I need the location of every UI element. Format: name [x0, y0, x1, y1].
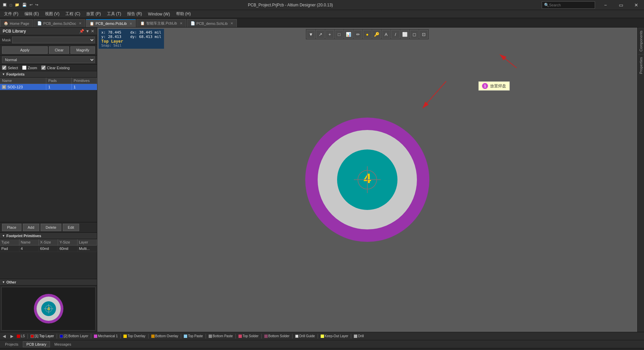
edit-button[interactable]: Edit [63, 224, 79, 231]
menu-item-帮助[interactable]: 帮助 (H) [173, 10, 194, 17]
tab-close-4[interactable]: ✕ [230, 21, 233, 25]
menu-item-编辑[interactable]: 编辑 (E) [22, 10, 42, 17]
crop-tool[interactable]: ⊡ [419, 30, 428, 39]
menu-item-视图[interactable]: 视图 (V) [42, 10, 62, 17]
layer-item-12[interactable]: Drill [354, 334, 364, 338]
minimize-button[interactable]: − [598, 0, 613, 10]
tab-close-1[interactable]: ✕ [79, 21, 82, 25]
add-button[interactable]: Add [23, 224, 40, 231]
clear-existing-checkbox[interactable] [41, 65, 46, 70]
canvas-area[interactable]: x: 78.445 dx: 38.445 mil y: 28.413 dy: 6… [97, 28, 637, 332]
key-tool[interactable]: 🔑 [372, 30, 381, 39]
menu-item-工具[interactable]: 工具 (T) [104, 10, 124, 17]
prim-col-ysize: Y-Size [58, 239, 77, 245]
route-tool[interactable]: ↗ [316, 30, 325, 39]
clear-button[interactable]: Clear [49, 46, 69, 54]
other-section-header[interactable]: ▼ Other [0, 279, 97, 286]
bottom-tab-projects[interactable]: Projects [1, 341, 22, 347]
layer-item-6[interactable]: Top Paste [184, 334, 203, 338]
mask-label: Mask [2, 38, 11, 42]
redo-icon[interactable]: ↪ [34, 3, 39, 7]
panel-title: PCB Library [3, 29, 26, 34]
footprints-section-header[interactable]: ▼ Footprints [0, 71, 97, 78]
footprint-row-sod123[interactable]: ⊞ SOD-123 1 1 [0, 84, 97, 90]
select-checkbox-label[interactable]: Select [2, 65, 18, 70]
layer-item-0[interactable]: LS [17, 334, 25, 338]
layer-item-7[interactable]: Bottom Paste [209, 334, 233, 338]
chart-tool[interactable]: 📊 [344, 30, 353, 39]
tab-4[interactable]: 📄PCB_demo.SchLib✕ [187, 19, 237, 27]
layer-item-5[interactable]: Bottom Overlay [151, 334, 178, 338]
bottom-layer-toolbar: ◀▶LS[1] Top Layer[2] Bottom LayerMechani… [0, 332, 644, 340]
brush-tool[interactable]: ✏ [354, 30, 362, 39]
via-tool[interactable]: + [325, 30, 334, 39]
new-icon[interactable]: □ [9, 3, 13, 7]
menu-item-工程[interactable]: 工程 (C) [63, 10, 83, 17]
place-button[interactable]: Place [2, 224, 21, 231]
line-tool[interactable]: / [391, 30, 400, 39]
pad-tool[interactable]: ⬜ [400, 30, 409, 39]
layer-item-9[interactable]: Bottom Solder [264, 334, 289, 338]
tab-label-1: PCB_demo.SchDoc [43, 21, 76, 26]
panel-close-icon[interactable]: ✕ [91, 29, 94, 34]
open-icon[interactable]: 📁 [14, 3, 20, 7]
sidebar-components-label[interactable]: Components [638, 28, 644, 54]
magnify-button[interactable]: Magnify [70, 46, 95, 54]
menu-item-文件[interactable]: 文件 (F) [1, 10, 21, 17]
search-area[interactable]: 🔍 [542, 1, 595, 9]
layer-label-7: Bottom Paste [213, 334, 233, 338]
layer-label-8: Top Solder [243, 334, 259, 338]
tab-0[interactable]: 🏠Home Page [0, 19, 33, 27]
tab-2[interactable]: 📋PCB_demo.PcbLib✕ [86, 19, 136, 27]
layer-nav-left[interactable]: ◀ [1, 334, 7, 339]
layer-item-11[interactable]: Keep-Out Layer [321, 334, 348, 338]
select-checkbox[interactable] [2, 65, 6, 70]
footprints-arrow-icon: ▼ [2, 73, 5, 76]
tab-close-2[interactable]: ✕ [129, 22, 132, 26]
layer-label-0: LS [21, 334, 25, 338]
undo-icon[interactable]: ↩ [29, 3, 34, 7]
primitives-section-header[interactable]: ▼ Footprint Primitives [0, 233, 97, 239]
3d-tool[interactable]: ◻ [410, 30, 419, 39]
layer-item-10[interactable]: Drill Guide [295, 334, 315, 338]
layer-item-8[interactable]: Top Solder [238, 334, 259, 338]
bottom-tab-messages[interactable]: Messages [51, 341, 75, 347]
filter-tool[interactable]: ▼ [307, 30, 315, 39]
footprint-name-cell: ⊞ SOD-123 [0, 84, 46, 90]
bottom-tab-pcb-library[interactable]: PCB Library [23, 341, 50, 347]
layer-nav-right[interactable]: ▶ [9, 334, 15, 339]
tab-close-3[interactable]: ✕ [180, 21, 182, 25]
delete-button[interactable]: Delete [41, 224, 61, 231]
layer-item-4[interactable]: Top Overlay [123, 334, 145, 338]
save-icon[interactable]: 💾 [21, 3, 28, 7]
layer-item-1[interactable]: [1] Top Layer [31, 334, 54, 338]
apply-button[interactable]: Apply [2, 46, 48, 54]
layer-item-2[interactable]: [2] Bottom Layer [60, 334, 88, 338]
prim-name-cell: 4 [19, 246, 39, 252]
circle-tool[interactable]: ● [363, 30, 372, 39]
text-tool[interactable]: A [382, 30, 390, 39]
window-controls[interactable]: − ▭ ✕ [598, 0, 644, 10]
menu-item-报告[interactable]: 报告 (R) [124, 10, 145, 17]
tab-icon-2: 📋 [90, 21, 94, 26]
search-input[interactable] [549, 3, 593, 7]
tab-1[interactable]: 📄PCB_demo.SchDoc✕ [34, 19, 85, 27]
menu-item-window[interactable]: Window (W) [145, 11, 172, 17]
coord-xy: x: 78.445 dx: 38.445 mil [101, 30, 161, 35]
prim-row-0[interactable]: Pad 4 60mil 60mil Multi... [0, 246, 97, 252]
normal-select[interactable]: Normal [2, 56, 95, 63]
zoom-checkbox[interactable] [22, 65, 26, 70]
layer-item-3[interactable]: Mechanical 1 [94, 334, 118, 338]
rect-tool[interactable]: □ [335, 30, 343, 39]
panel-menu-icon[interactable]: ▼ [86, 29, 90, 34]
layer-color-1 [31, 335, 34, 338]
close-button[interactable]: ✕ [629, 0, 644, 10]
clear-existing-checkbox-label[interactable]: Clear Existing [41, 65, 70, 70]
zoom-checkbox-label[interactable]: Zoom [22, 65, 37, 70]
menu-item-放置[interactable]: 放置 (P) [84, 10, 103, 17]
tab-3[interactable]: 📋智能车主板.PcbLib✕ [137, 19, 186, 27]
panel-pin-icon[interactable]: 📌 [79, 29, 84, 34]
sidebar-properties-label[interactable]: Properties [638, 54, 644, 77]
maximize-button[interactable]: ▭ [613, 0, 629, 10]
mask-select[interactable] [12, 37, 95, 43]
